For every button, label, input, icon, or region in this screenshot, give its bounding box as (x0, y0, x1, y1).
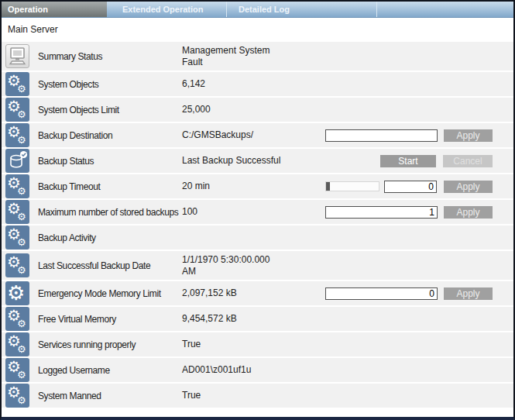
property-value: 20 min (182, 181, 325, 192)
property-value: 2,097,152 kB (182, 287, 325, 299)
tab-operation[interactable]: Operation (2, 2, 107, 17)
property-label: Emergency Mode Memory Limit (38, 288, 182, 299)
gears-icon: ⚙⚙ (5, 253, 29, 277)
gear-icon: ⚙ (5, 281, 29, 305)
slider-thumb[interactable] (326, 182, 330, 191)
property-label: Free Virtual Memory (38, 314, 182, 325)
property-list: Summary Status Management System Fault ⚙… (2, 42, 513, 408)
database-check-icon (5, 149, 29, 173)
property-label: Backup Status (38, 156, 182, 167)
property-value: Management System Fault (182, 45, 493, 68)
apply-button[interactable]: Apply (444, 181, 493, 193)
gears-icon: ⚙⚙ (5, 358, 29, 382)
start-button[interactable]: Start (380, 155, 436, 167)
apply-button[interactable]: Apply (444, 206, 493, 219)
emergency-memory-limit-input[interactable] (325, 287, 438, 300)
row-system-manned: ⚙⚙ System Manned True (2, 384, 513, 408)
gears-icon: ⚙⚙ (5, 225, 29, 250)
property-value: True (182, 339, 493, 350)
gears-icon: ⚙⚙ (5, 200, 29, 224)
property-label: Summary Status (38, 51, 182, 62)
row-backup-destination: ⚙⚙ Backup Destination C:/GMSBackups/ App… (2, 123, 513, 147)
property-label: Maximum number of stored backups (38, 207, 182, 218)
page-title: Main Server (8, 24, 513, 35)
row-backup-status: Backup Status Last Backup Successful Sta… (2, 149, 513, 173)
row-summary-status: Summary Status Management System Fault (2, 42, 513, 71)
backup-destination-input[interactable] (325, 129, 438, 142)
gears-icon: ⚙⚙ (5, 174, 29, 198)
property-value: 1/1/1970 5:30:00.000 AM (182, 254, 493, 277)
backup-timeout-slider[interactable] (325, 181, 379, 191)
row-free-virtual-memory: ⚙⚙ Free Virtual Memory 9,454,572 kB (2, 307, 513, 331)
gears-icon: ⚙⚙ (5, 384, 29, 408)
property-value: 25,000 (182, 104, 493, 115)
backup-timeout-input[interactable] (384, 181, 437, 193)
row-system-objects-limit: ⚙⚙ System Objects Limit 25,000 (2, 98, 513, 122)
server-properties-window: Operation Extended Operation Detailed Lo… (0, 0, 515, 420)
property-label: Backup Destination (38, 130, 182, 141)
row-system-objects: ⚙⚙ System Objects 6,142 (2, 72, 513, 96)
property-label: Last Successful Backup Date (38, 260, 182, 271)
gears-icon: ⚙⚙ (5, 123, 29, 147)
property-label: System Objects Limit (38, 105, 182, 115)
apply-button[interactable]: Apply (444, 129, 493, 142)
property-value: AD001\z001uf1u (182, 364, 493, 376)
property-label: System Manned (38, 391, 182, 401)
property-value: 100 (182, 206, 325, 218)
property-value: 9,454,572 kB (182, 313, 493, 325)
property-label: Backup Activity (38, 232, 182, 243)
property-label: Services running properly (38, 339, 182, 350)
property-label: Logged Username (38, 365, 182, 376)
tab-bar: Operation Extended Operation Detailed Lo… (2, 2, 513, 18)
property-value: C:/GMSBackups/ (182, 129, 325, 141)
workstation-icon (5, 44, 29, 68)
tab-detailed-log[interactable]: Detailed Log (227, 2, 377, 17)
gears-icon: ⚙⚙ (5, 98, 29, 122)
row-backup-activity: ⚙⚙ Backup Activity (2, 225, 513, 250)
gears-icon: ⚙⚙ (5, 72, 29, 96)
gears-icon: ⚙⚙ (5, 332, 29, 356)
gears-icon: ⚙⚙ (5, 307, 29, 331)
row-emergency-mode-memory-limit: ⚙ Emergency Mode Memory Limit 2,097,152 … (2, 281, 513, 305)
cancel-button[interactable]: Cancel (443, 155, 493, 167)
row-services-running-properly: ⚙⚙ Services running properly True (2, 332, 513, 356)
property-value: Last Backup Successful (182, 155, 380, 167)
row-backup-timeout: ⚙⚙ Backup Timeout 20 min Apply (2, 174, 513, 198)
property-value: 6,142 (182, 78, 493, 90)
property-label: System Objects (38, 79, 182, 90)
apply-button[interactable]: Apply (444, 287, 493, 300)
row-logged-username: ⚙⚙ Logged Username AD001\z001uf1u (2, 358, 513, 382)
property-value: True (182, 390, 493, 401)
row-last-successful-backup-date: ⚙⚙ Last Successful Backup Date 1/1/1970 … (2, 251, 513, 280)
tab-extended-operation[interactable]: Extended Operation (107, 2, 227, 17)
row-max-stored-backups: ⚙⚙ Maximum number of stored backups 100 … (2, 200, 513, 224)
max-stored-backups-input[interactable] (325, 206, 438, 219)
property-label: Backup Timeout (38, 181, 182, 192)
